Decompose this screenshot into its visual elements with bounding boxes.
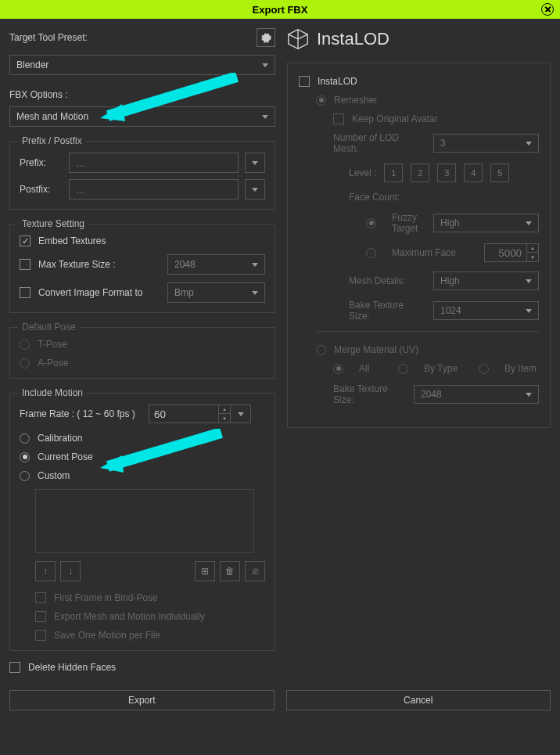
window-title: Export FBX xyxy=(253,4,308,16)
embed-textures-label: Embed Textures xyxy=(38,235,106,246)
gear-button[interactable] xyxy=(257,28,275,47)
fbx-options-select[interactable]: Mesh and Motion xyxy=(9,106,275,127)
bake-tex2-label: Bake Texture Size: xyxy=(333,383,406,405)
prefix-input[interactable] xyxy=(69,153,239,173)
export-button[interactable]: Export xyxy=(9,690,275,710)
save-one-label: Save One Motion per File xyxy=(54,630,160,641)
postfix-dropdown-button[interactable] xyxy=(245,179,265,200)
max-face-label: Maximum Face xyxy=(392,247,476,258)
level-label: Level : xyxy=(349,167,376,178)
keep-original-checkbox xyxy=(333,113,344,124)
fbx-options-label: FBX Options : xyxy=(9,89,275,100)
max-face-input xyxy=(484,243,527,262)
move-down-button[interactable]: ↓ xyxy=(60,561,81,581)
num-lod-value: 3 xyxy=(440,138,446,149)
bake-tex-value: 1024 xyxy=(440,305,461,316)
chevron-down-icon xyxy=(526,279,532,283)
chevron-down-icon xyxy=(526,309,532,313)
arrow-up-icon: ↑ xyxy=(43,566,48,577)
custom-radio[interactable] xyxy=(20,471,30,481)
prefix-postfix-group: Prefix / Postfix Prefix: Postfix: xyxy=(9,141,275,210)
convert-format-checkbox[interactable] xyxy=(20,287,31,298)
tpose-radio xyxy=(20,340,30,350)
divider xyxy=(316,331,539,332)
mesh-details-value: High xyxy=(440,275,460,286)
default-pose-legend: Default Pose xyxy=(18,322,80,333)
mesh-details-label: Mesh Details: xyxy=(349,275,425,286)
frame-rate-down[interactable]: ▼ xyxy=(219,414,230,422)
first-frame-checkbox xyxy=(35,592,46,603)
chevron-down-icon xyxy=(262,63,268,67)
add-button[interactable]: ⊞ xyxy=(195,561,215,581)
instalod-panel: InstaLOD Remesher Keep Original Avatar N… xyxy=(287,63,551,428)
prefix-label: Prefix: xyxy=(20,157,63,168)
level-1-button: 1 xyxy=(384,164,403,182)
chevron-down-icon xyxy=(526,393,532,397)
fbx-options-value: Mesh and Motion xyxy=(16,111,88,122)
bake-tex2-select: 2048 xyxy=(414,385,539,404)
custom-motion-list xyxy=(35,489,254,553)
move-up-button[interactable]: ↑ xyxy=(35,561,56,581)
max-face-down: ▼ xyxy=(527,253,538,261)
bake-tex2-value: 2048 xyxy=(421,389,442,400)
mesh-details-select: High xyxy=(433,271,539,290)
arrow-down-icon: ↓ xyxy=(68,566,73,577)
export-indiv-checkbox xyxy=(35,611,46,622)
trash-icon: 🗑 xyxy=(225,566,235,577)
default-pose-group: Default Pose T-Pose A-Pose xyxy=(9,327,275,379)
first-frame-label: First Frame in Bind-Pose xyxy=(54,592,158,603)
clear-button[interactable]: ⎚ xyxy=(245,561,265,581)
instalod-logo: InstaLOD xyxy=(287,28,551,50)
max-texture-value: 2048 xyxy=(174,259,196,270)
chevron-down-icon xyxy=(252,188,258,192)
fuzzy-radio xyxy=(366,218,376,228)
frame-rate-dropdown[interactable] xyxy=(231,404,251,423)
merge-byitem-label: By Item xyxy=(504,363,537,374)
frame-rate-input[interactable] xyxy=(149,404,219,423)
fuzzy-label: Fuzzy Target xyxy=(392,212,425,234)
num-lod-label: Number of LOD Mesh: xyxy=(333,132,425,154)
add-folder-icon: ⊞ xyxy=(201,566,209,577)
include-motion-group: Include Motion Frame Rate : ( 12 ~ 60 fp… xyxy=(9,393,275,651)
calibration-radio[interactable] xyxy=(20,433,30,444)
max-texture-select[interactable]: 2048 xyxy=(167,254,265,275)
frame-rate-up[interactable]: ▲ xyxy=(219,405,230,414)
max-face-up: ▲ xyxy=(527,244,538,253)
cancel-button[interactable]: Cancel xyxy=(286,690,551,710)
instalod-brand: InstaLOD xyxy=(317,29,389,49)
texture-setting-group: Texture Setting Embed Textures Max Textu… xyxy=(9,224,275,313)
convert-format-label: Convert Image Format to xyxy=(38,287,154,298)
bake-tex-label: Bake Texture Size: xyxy=(349,300,425,322)
delete-button[interactable]: 🗑 xyxy=(220,561,240,581)
prefix-dropdown-button[interactable] xyxy=(245,153,265,173)
titlebar: Export FBX xyxy=(0,0,560,19)
custom-label: Custom xyxy=(38,470,70,481)
merge-bytype-label: By Type xyxy=(424,363,471,374)
export-indiv-label: Export Mesh and Motion Individually xyxy=(54,611,205,622)
target-preset-select[interactable]: Blender xyxy=(9,55,275,75)
embed-textures-checkbox[interactable] xyxy=(20,235,31,246)
max-texture-checkbox[interactable] xyxy=(20,259,31,270)
instalod-label: InstaLOD xyxy=(318,76,357,87)
convert-format-value: Bmp xyxy=(174,287,194,298)
chevron-down-icon xyxy=(252,263,258,267)
remesher-radio xyxy=(316,95,326,106)
postfix-input[interactable] xyxy=(69,179,239,200)
chevron-down-icon xyxy=(252,161,258,165)
close-icon[interactable] xyxy=(541,3,554,16)
level-4-button: 4 xyxy=(464,164,483,182)
delete-hidden-label: Delete Hidden Faces xyxy=(28,662,116,673)
merge-all-radio xyxy=(333,364,343,374)
delete-hidden-checkbox[interactable] xyxy=(9,662,20,673)
fuzzy-value: High xyxy=(440,218,460,228)
num-lod-select: 3 xyxy=(433,134,539,153)
max-face-radio xyxy=(366,248,376,258)
current-pose-radio[interactable] xyxy=(20,452,30,462)
merge-all-label: All xyxy=(359,363,390,374)
target-preset-label: Target Tool Preset: xyxy=(9,32,88,43)
instalod-checkbox[interactable] xyxy=(299,76,310,87)
convert-format-select[interactable]: Bmp xyxy=(167,282,265,303)
remesher-label: Remesher xyxy=(334,95,377,106)
merge-material-radio xyxy=(316,345,326,355)
apose-radio xyxy=(20,358,30,369)
